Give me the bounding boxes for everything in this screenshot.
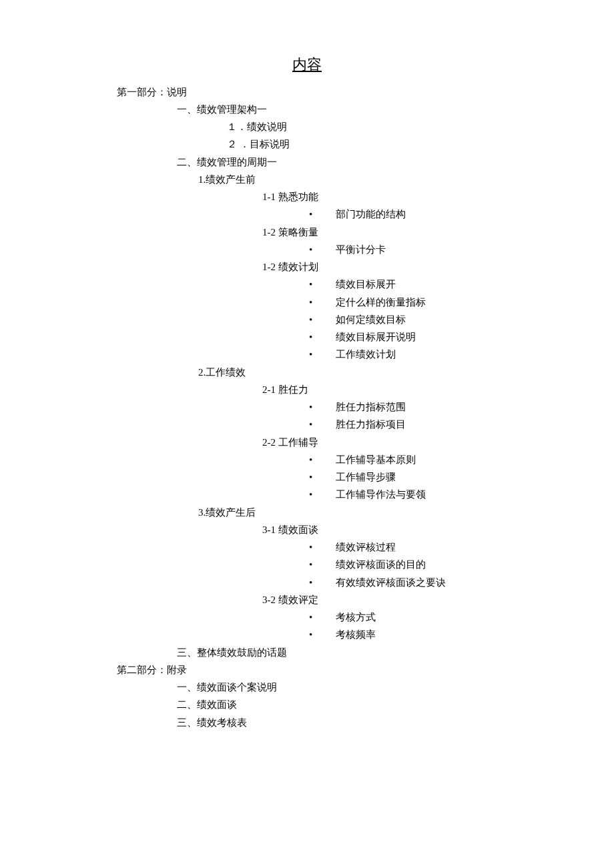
bullet-text: 绩效评核过程 [336,538,396,556]
bullet-icon: • [309,416,336,433]
bullet-text: 部门功能的结构 [336,205,406,223]
bullet-text: 考核频率 [336,626,376,643]
bullet-text: 如何定绩效目标 [336,311,406,328]
sub-1-1: 1-1 熟悉功能 [262,188,547,205]
item-1-1-2: ２ ．目标说明 [227,135,547,153]
bullet-icon: • [309,276,336,293]
bullet-icon: • [309,311,336,328]
bullet-icon: • [309,626,336,643]
list-item: •部门功能的结构 [309,205,547,223]
list-item: •工作辅导步骤 [309,468,547,486]
bullet-icon: • [309,205,336,223]
bullet-text: 工作辅导作法与要领 [336,486,426,503]
part-1-header: 第一部分：说明 [117,83,547,101]
appendix-1: 一、绩效面谈个案说明 [177,679,547,696]
section-1-3: 三、整体绩效鼓励的话题 [177,644,547,661]
bullet-text: 工作辅导步骤 [336,468,396,486]
list-item: •绩效评核过程 [309,538,547,556]
bullet-text: 工作辅导基本原则 [336,451,416,468]
part-2-header: 第二部分：附录 [117,661,547,679]
bullet-text: 绩效目标展开 [336,276,396,293]
list-item: •胜任力指标范围 [309,398,547,416]
bullet-icon: • [309,451,336,468]
bullet-icon: • [309,556,336,573]
list-item: •绩效目标展开说明 [309,328,547,346]
sub-3-1: 3-1 绩效面谈 [262,521,547,538]
appendix-2: 二、绩效面谈 [177,696,547,713]
bullet-icon: • [309,294,336,311]
bullet-text: 定什么样的衡量指标 [336,294,426,311]
list-item: •如何定绩效目标 [309,311,547,328]
list-item: •考核方式 [309,608,547,626]
list-item: •绩效目标展开 [309,276,547,293]
list-item: •工作绩效计划 [309,346,547,363]
bullet-icon: • [309,486,336,503]
list-item: •工作辅导作法与要领 [309,486,547,503]
bullet-text: 有效绩效评核面谈之要诀 [336,574,446,591]
bullet-icon: • [309,328,336,346]
document-title: 内容 [0,52,614,78]
bullet-text: 平衡计分卡 [336,241,386,258]
bullet-icon: • [309,468,336,486]
list-item: •定什么样的衡量指标 [309,294,547,311]
bullet-icon: • [309,538,336,556]
phase-3: 3.绩效产生后 [198,504,547,521]
bullet-text: 绩效评核面谈的目的 [336,556,426,573]
bullet-icon: • [309,574,336,591]
bullet-icon: • [309,608,336,626]
bullet-icon: • [309,241,336,258]
bullet-icon: • [309,398,336,416]
section-1-1: 一、绩效管理架构一 [177,101,547,118]
bullet-icon: • [309,346,336,363]
section-1-2: 二、绩效管理的周期一 [177,153,547,171]
sub-2-1: 2-1 胜任力 [262,381,547,398]
bullet-text: 胜任力指标范围 [336,398,406,416]
list-item: •工作辅导基本原则 [309,451,547,468]
bullet-text: 绩效目标展开说明 [336,328,416,346]
sub-2-2: 2-2 工作辅导 [262,434,547,451]
sub-1-2b: 1-2 绩效计划 [262,258,547,276]
bullet-text: 考核方式 [336,608,376,626]
list-item: •绩效评核面谈的目的 [309,556,547,573]
bullet-text: 胜任力指标项目 [336,416,406,433]
sub-1-2: 1-2 策略衡量 [262,224,547,241]
appendix-3: 三、绩效考核表 [177,714,547,731]
phase-2: 2.工作绩效 [198,364,547,381]
list-item: •胜任力指标项目 [309,416,547,433]
list-item: •平衡计分卡 [309,241,547,258]
sub-3-2: 3-2 绩效评定 [262,591,547,608]
phase-1: 1.绩效产生前 [198,171,547,188]
list-item: •有效绩效评核面谈之要诀 [309,574,547,591]
item-1-1-1: １．绩效说明 [227,118,547,135]
list-item: •考核频率 [309,626,547,643]
bullet-text: 工作绩效计划 [336,346,396,363]
